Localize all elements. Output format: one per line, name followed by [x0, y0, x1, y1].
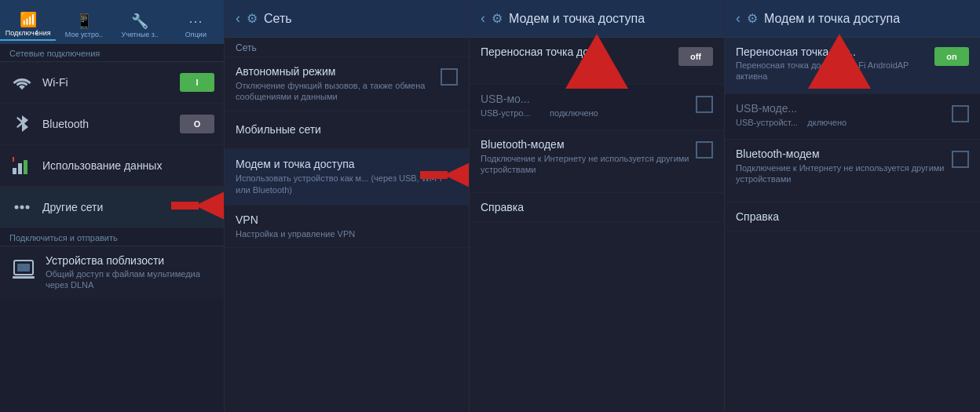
bluetooth-label: Bluetooth	[42, 118, 180, 130]
nearby-icon	[9, 254, 38, 283]
tether-item-hotspot-on[interactable]: Переносная точка дос.. Переносная точка …	[725, 38, 980, 94]
panel3-settings-icon: ⚙	[492, 11, 503, 26]
hotspot-toggle-off[interactable]: off	[678, 47, 713, 66]
nearby-text: Устройства поблизости Общий доступ к фай…	[46, 254, 214, 291]
usb-title-on: USB-моде...	[736, 102, 945, 115]
panel-main-settings: 📶 Подключе́ния 📱 Мое устро.. 🔧 Учетные з…	[0, 0, 225, 412]
net-item-vpn[interactable]: VPN Настройка и управление VPN	[225, 206, 469, 248]
options-icon: ⋯	[188, 13, 203, 30]
connections-icon: 📶	[20, 11, 37, 28]
svg-rect-2	[24, 160, 27, 174]
hotspot-text-on: Переносная точка дос.. Переносная точка …	[736, 46, 928, 82]
nearby-title: Устройства поблизости	[46, 254, 214, 267]
bluetooth-toggle[interactable]: O	[180, 115, 214, 133]
arrow-hotspot-up-off	[565, 34, 628, 92]
tethering-title: Модем и точка доступа	[236, 158, 458, 170]
airplane-sub: Отключение функций вызовов, а также обме…	[236, 80, 434, 103]
svg-rect-10	[17, 264, 30, 272]
panel3-header: ‹ ⚙ Модем и точка доступа	[470, 0, 724, 38]
spravka-item-on[interactable]: Справка	[725, 202, 980, 232]
panel-tethering-on: ‹ ⚙ Модем и точка доступа Переносная точ…	[725, 0, 980, 412]
menu-item-bluetooth[interactable]: Bluetooth O	[0, 104, 224, 145]
hotspot-toggle-on[interactable]: on	[934, 47, 969, 66]
bluetooth-modem-title-on: Bluetooth-модем	[736, 148, 945, 160]
airplane-title: Автономный режим	[236, 65, 434, 78]
panel3-back-arrow[interactable]: ‹	[481, 10, 485, 27]
panel2-title: Сеть	[264, 12, 292, 26]
tab-options[interactable]: ⋯ Опции	[168, 13, 224, 41]
tab-options-label: Опции	[185, 31, 207, 39]
menu-item-wifi[interactable]: Wi-Fi I	[0, 62, 224, 104]
vpn-sub: Настройка и управление VPN	[236, 228, 458, 239]
tether-item-hotspot-off[interactable]: Переносная точка дос.. off	[470, 38, 724, 85]
bluetooth-item-off[interactable]: Bluetooth-модем Подключение к Интернету …	[470, 130, 724, 193]
panel2-header: ‹ ⚙ Сеть	[225, 0, 469, 38]
menu-item-other-networks[interactable]: Другие сети	[0, 187, 224, 228]
svg-point-4	[15, 206, 19, 210]
usb-sub-on: USB-устройст... дключено	[736, 117, 945, 128]
menu-item-nearby-devices[interactable]: Устройства поблизости Общий доступ к фай…	[0, 246, 224, 299]
vpn-title: VPN	[236, 213, 458, 226]
panel-network: ‹ ⚙ Сеть Сеть Автономный режим Отключени…	[225, 0, 470, 412]
airplane-checkbox[interactable]	[441, 68, 458, 86]
bluetooth-checkbox-on[interactable]	[952, 151, 969, 168]
nearby-sub: Общий доступ к файлам мультимедиа через …	[46, 268, 214, 291]
spravka-title-off: Справка	[481, 201, 713, 213]
usb-checkbox-off[interactable]	[696, 96, 713, 113]
menu-item-data-usage[interactable]: Использование данных	[0, 145, 224, 187]
data-usage-label: Использование данных	[42, 159, 214, 172]
tabs-row: 📶 Подключе́ния 📱 Мое устро.. 🔧 Учетные з…	[0, 0, 224, 44]
svg-point-6	[26, 206, 30, 210]
svg-point-5	[20, 206, 24, 210]
usb-item-off[interactable]: USB-мо... USB-устро... подключено	[470, 85, 724, 130]
bluetooth-item-on[interactable]: Bluetooth-модем Подключение к Интернету …	[725, 140, 980, 202]
section-network-connections: Сетевые подключения	[0, 44, 224, 62]
bluetooth-modem-title-off: Bluetooth-модем	[481, 138, 689, 151]
spravka-title-on: Справка	[736, 210, 969, 223]
data-usage-icon	[9, 153, 35, 178]
panel4-settings-icon: ⚙	[747, 11, 758, 26]
wifi-icon	[9, 70, 35, 95]
usb-checkbox-on[interactable]	[952, 105, 969, 122]
wifi-toggle[interactable]: I	[180, 73, 214, 92]
accounts-icon: 🔧	[131, 13, 148, 30]
panel4-back-arrow[interactable]: ‹	[736, 10, 740, 27]
net-item-tethering[interactable]: Модем и точка доступа Использовать устро…	[225, 149, 469, 206]
bluetooth-icon	[9, 111, 35, 137]
tab-connections[interactable]: 📶 Подключе́ния	[0, 11, 56, 41]
panel2-subheader: Сеть	[225, 38, 469, 57]
bluetooth-checkbox-off[interactable]	[696, 141, 713, 159]
svg-rect-1	[18, 163, 22, 174]
panel3-title: Модем и точка доступа	[509, 12, 645, 26]
net-item-airplane[interactable]: Автономный режим Отключение функций вызо…	[225, 57, 469, 111]
tab-mydevice-label: Мое устро..	[65, 31, 103, 39]
bluetooth-modem-sub-on: Подключение к Интернету не используется …	[736, 162, 945, 185]
mydevice-icon: 📱	[75, 13, 93, 30]
panel4-title: Модем и точка доступа	[764, 12, 900, 26]
usb-title-off: USB-мо...	[481, 93, 689, 105]
svg-marker-14	[565, 34, 628, 89]
svg-rect-11	[13, 276, 35, 279]
usb-item-on[interactable]: USB-моде... USB-устройст... дключено	[725, 94, 980, 140]
bluetooth-modem-sub-off: Подключение к Интернету не используется …	[481, 153, 689, 176]
tab-connections-label: Подключе́ния	[5, 30, 51, 38]
tab-accounts-label: Учетные з..	[121, 31, 158, 39]
usb-sub-off: USB-устро... подключено	[481, 108, 689, 118]
tab-mydevice[interactable]: 📱 Мое устро..	[56, 13, 112, 41]
tethering-sub: Использовать устройство как м... (через …	[236, 173, 458, 195]
svg-rect-3	[13, 157, 14, 162]
section-connect-send: Подключиться и отправить	[0, 228, 224, 246]
panel-tethering-off: ‹ ⚙ Модем и точка доступа Переносная точ…	[470, 0, 725, 412]
panel2-back-arrow[interactable]: ‹	[236, 10, 240, 27]
mobile-title: Мобильные сети	[236, 123, 458, 136]
hotspot-sub-on: Переносная точка доступа Wi-Fi AndroidAP…	[736, 60, 928, 82]
svg-rect-0	[13, 168, 16, 174]
other-networks-icon	[9, 195, 35, 220]
hotspot-text-off: Переносная точка дос..	[481, 46, 672, 58]
spravka-item-off[interactable]: Справка	[470, 193, 724, 222]
hotspot-title-on: Переносная точка дос..	[736, 46, 928, 58]
net-item-mobile[interactable]: Мобильные сети	[225, 111, 469, 149]
tab-accounts[interactable]: 🔧 Учетные з..	[112, 13, 168, 41]
other-networks-label: Другие сети	[42, 201, 214, 213]
panel2-settings-icon: ⚙	[247, 11, 258, 26]
